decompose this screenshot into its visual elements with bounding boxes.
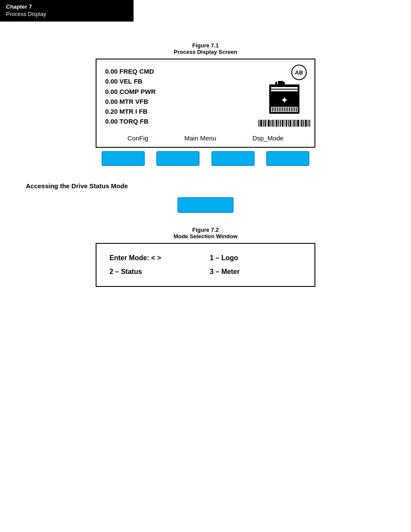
drive-illustration: AB ✦ xyxy=(263,65,306,127)
figure1-label: Figure 7.1 Process Display Screen xyxy=(26,42,385,55)
screen-menu: ConFig Main Menu Dsp_Mode xyxy=(105,127,306,147)
svg-rect-19 xyxy=(291,107,292,112)
screen-line-6: 0.00 TORQ FB xyxy=(105,116,156,126)
figure2-label: Figure 7.2 Mode Selection Window xyxy=(26,227,385,240)
section-heading: Accessing the Drive Status Mode xyxy=(26,182,385,190)
screen-button-4[interactable] xyxy=(266,151,309,166)
chapter-number: Chapter 7 xyxy=(6,3,128,10)
svg-rect-1 xyxy=(275,82,277,84)
menu-config: ConFig xyxy=(128,134,148,142)
mode-selection-window: Enter Mode: < > 1 – Logo 2 – Status 3 – … xyxy=(96,243,315,287)
svg-rect-29 xyxy=(271,120,271,127)
svg-rect-20 xyxy=(293,107,293,112)
svg-rect-49 xyxy=(309,120,310,127)
menu-dspmode: Dsp_Mode xyxy=(252,134,284,142)
svg-rect-41 xyxy=(293,120,295,127)
screen-button-1[interactable] xyxy=(102,151,145,166)
mode-content-grid: Enter Mode: < > 1 – Logo 2 – Status 3 – … xyxy=(109,254,302,276)
svg-rect-39 xyxy=(290,120,291,127)
chapter-header: Chapter 7 Process Display xyxy=(0,0,134,22)
figure1-number: Figure 7.1 xyxy=(26,42,385,49)
button-row-1 xyxy=(96,151,315,166)
mode-1: 1 – Logo xyxy=(210,254,302,262)
svg-rect-32 xyxy=(276,120,277,127)
svg-rect-34 xyxy=(280,120,281,127)
svg-rect-43 xyxy=(297,120,299,127)
svg-rect-4 xyxy=(271,87,298,89)
svg-rect-15 xyxy=(284,107,285,112)
drive-svg: ✦ xyxy=(265,81,304,120)
svg-rect-31 xyxy=(274,120,275,127)
svg-rect-2 xyxy=(283,82,285,84)
svg-rect-16 xyxy=(286,107,286,112)
single-button-row xyxy=(26,197,385,213)
svg-rect-24 xyxy=(260,120,262,127)
svg-rect-22 xyxy=(296,107,297,112)
svg-rect-12 xyxy=(279,107,280,112)
svg-rect-37 xyxy=(286,120,287,127)
screen-line-1: 0.00 FREQ CMD xyxy=(105,66,156,76)
svg-rect-23 xyxy=(258,120,259,127)
svg-rect-9 xyxy=(274,107,274,112)
svg-rect-44 xyxy=(300,120,300,127)
ab-logo: AB xyxy=(291,65,307,80)
screen-line-2: 0.00 VEL FB xyxy=(105,76,156,86)
svg-rect-35 xyxy=(282,120,283,127)
svg-rect-48 xyxy=(308,120,308,127)
mode-enter: Enter Mode: < > xyxy=(109,254,201,262)
svg-rect-47 xyxy=(305,120,307,127)
svg-rect-11 xyxy=(277,107,278,112)
screen-line-4: 0.00 MTR VFB xyxy=(105,96,156,106)
svg-rect-21 xyxy=(294,107,295,112)
svg-rect-33 xyxy=(278,120,279,127)
svg-rect-5 xyxy=(271,90,298,91)
mode-3: 3 – Meter xyxy=(210,268,302,276)
dsp-mode-button[interactable] xyxy=(177,197,234,213)
svg-rect-8 xyxy=(272,107,273,112)
menu-main: Main Menu xyxy=(184,134,216,142)
svg-rect-18 xyxy=(289,107,290,112)
svg-rect-46 xyxy=(303,120,304,127)
screen-button-3[interactable] xyxy=(212,151,255,166)
svg-rect-13 xyxy=(280,107,281,112)
screen-line-3: 0.00 COMP PWR xyxy=(105,87,156,96)
screen-button-2[interactable] xyxy=(156,151,199,166)
barcode-svg xyxy=(258,120,310,127)
svg-rect-30 xyxy=(272,120,274,127)
screen-data-lines: 0.00 FREQ CMD 0.00 VEL FB 0.00 COMP PWR … xyxy=(105,66,156,127)
mode-2: 2 – Status xyxy=(109,268,201,276)
svg-rect-26 xyxy=(265,120,266,127)
svg-rect-45 xyxy=(301,120,302,127)
process-display-screen: 0.00 FREQ CMD 0.00 VEL FB 0.00 COMP PWR … xyxy=(96,59,315,148)
svg-rect-17 xyxy=(287,107,288,112)
figure2-caption: Mode Selection Window xyxy=(26,233,385,240)
svg-rect-0 xyxy=(278,81,283,84)
chapter-title: Process Display xyxy=(6,11,128,17)
svg-rect-10 xyxy=(275,107,276,112)
svg-text:✦: ✦ xyxy=(280,95,288,106)
screen-line-5: 0.20 MTR I FB xyxy=(105,106,156,116)
figure1-caption: Process Display Screen xyxy=(26,49,385,55)
svg-rect-40 xyxy=(292,120,293,127)
svg-rect-14 xyxy=(282,107,283,112)
figure2-number: Figure 7.2 xyxy=(26,227,385,233)
svg-rect-38 xyxy=(288,120,289,127)
svg-rect-25 xyxy=(263,120,264,127)
svg-rect-28 xyxy=(268,120,270,127)
svg-rect-36 xyxy=(284,120,285,127)
svg-rect-42 xyxy=(296,120,296,127)
svg-rect-27 xyxy=(267,120,267,127)
